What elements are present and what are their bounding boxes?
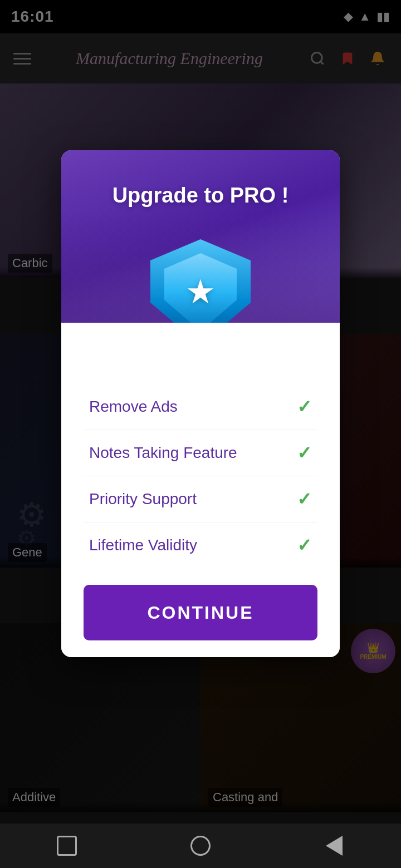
nav-circle-icon [190,836,211,856]
check-icon-lifetime: ✓ [297,535,312,556]
feature-item-priority: Priority Support ✓ [84,476,317,522]
check-icon-notes: ✓ [297,442,312,463]
feature-text-priority: Priority Support [89,490,197,508]
upgrade-dialog: Upgrade to PRO ! ★ ▮ ▮ ▮ ▮ ▮ ▮ Remove Ad… [61,150,340,657]
shield-inner: ★ [164,253,237,323]
continue-button[interactable]: CONTINUE [84,585,317,640]
feature-item-notes: Notes Taking Feature ✓ [84,430,317,476]
nav-square-icon [57,836,77,856]
nav-triangle-icon [326,836,343,856]
nav-back-button[interactable] [50,829,84,862]
nav-recent-button[interactable] [317,829,351,862]
dialog-header: Upgrade to PRO ! ★ ▮ ▮ ▮ ▮ ▮ ▮ [61,150,340,323]
feature-text-remove-ads: Remove Ads [89,398,178,416]
check-icon-remove-ads: ✓ [297,396,312,417]
nav-bar [0,823,401,868]
feature-text-lifetime: Lifetime Validity [89,536,197,554]
shield-outer: ★ [150,239,251,323]
shield-icon: ★ [150,239,251,323]
shield-container: ★ ▮ ▮ ▮ ▮ ▮ ▮ [139,239,262,323]
star-icon: ★ [185,275,216,309]
check-icon-priority: ✓ [297,489,312,510]
feature-list: Remove Ads ✓ Notes Taking Feature ✓ Prio… [84,384,317,568]
feature-item-remove-ads: Remove Ads ✓ [84,384,317,430]
nav-home-button[interactable] [184,829,217,862]
dialog-title: Upgrade to PRO ! [113,172,289,208]
feature-text-notes: Notes Taking Feature [89,444,237,462]
feature-item-lifetime: Lifetime Validity ✓ [84,522,317,568]
dialog-body: Remove Ads ✓ Notes Taking Feature ✓ Prio… [61,323,340,657]
